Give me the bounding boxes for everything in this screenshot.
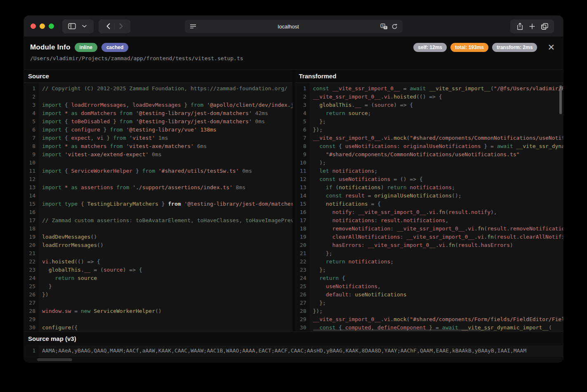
code-text: import 'vitest-axe/extend-expect' 0ms — [39, 150, 292, 159]
code-text: globalThis.__ = (source) => { — [39, 266, 292, 274]
sidebar-chevron-down-icon[interactable] — [78, 20, 90, 33]
source-map-title: Source map (v3) — [24, 331, 563, 345]
code-line: 1const __vite_ssr_import_0__ = await __v… — [295, 85, 563, 93]
line-number: 25 — [24, 282, 39, 291]
line-number: 12 — [24, 175, 39, 183]
address-bar[interactable]: localhost A 文 — [185, 20, 403, 33]
code-line: 27 }; — [295, 299, 563, 307]
source-map-scrollbar — [24, 357, 563, 362]
code-line: 30configure({ — [24, 324, 292, 331]
line-number: 21 — [295, 249, 310, 258]
line-number: 19 — [295, 233, 310, 241]
zoom-window-button[interactable] — [49, 23, 54, 29]
code-line: 7__vite_ssr_import_0__.vi.mock("#shared/… — [295, 134, 563, 142]
code-line: 28}); — [295, 307, 563, 315]
code-text — [39, 192, 292, 200]
line-number: 19 — [24, 233, 39, 241]
code-line: 18 removeNotification: __vite_ssr_import… — [295, 225, 563, 233]
line-number: 10 — [24, 159, 39, 167]
line-number: 18 — [24, 225, 39, 233]
code-text: }; — [310, 117, 563, 126]
code-text: }; — [310, 299, 563, 307]
browser-toolbar: localhost A 文 — [24, 16, 563, 37]
code-line: 6import { configure } from '@testing-lib… — [24, 126, 292, 134]
code-line: 12 const useNotifications = () => { — [295, 175, 563, 183]
code-line: 17 notifications: result.notifications, — [295, 216, 563, 225]
module-file-path: /Users/vladimir/Projects/zammad/app/fron… — [30, 55, 555, 61]
line-number: 16 — [295, 208, 310, 216]
code-text — [39, 175, 292, 183]
new-tab-icon[interactable] — [526, 20, 538, 33]
line-number: 24 — [24, 274, 39, 282]
code-line: 24 return { — [295, 274, 563, 282]
code-text: }); — [310, 307, 563, 315]
code-text: __vite_ssr_import_0__.vi.hoisted(() => { — [310, 93, 563, 101]
back-button[interactable] — [102, 20, 114, 33]
close-window-button[interactable] — [31, 23, 36, 29]
code-line: 3import { loadErrorMessages, loadDevMess… — [24, 101, 292, 109]
code-text: __vite_ssr_import_0__.vi.mock("#shared/c… — [310, 134, 563, 142]
minimize-window-button[interactable] — [40, 23, 45, 29]
code-line: 8 const { useNotifications: originalUseN… — [295, 142, 563, 150]
module-info-header: Module Info inline cached self: 12ms tot… — [24, 37, 563, 69]
code-text: import type { TestingLibraryMatchers } f… — [39, 200, 292, 208]
code-line: 21 — [24, 249, 292, 258]
code-line: 23 }; — [295, 266, 563, 274]
code-line: 20loadErrorMessages() — [24, 241, 292, 249]
line-number: 28 — [24, 307, 39, 315]
line-number: 11 — [24, 167, 39, 175]
code-line: 25 useNotifications, — [295, 282, 563, 291]
line-number: 3 — [24, 101, 39, 109]
code-line: 2 — [24, 93, 292, 101]
code-line: 11import { ServiceWorkerHelper } from '#… — [24, 167, 292, 175]
line-number: 14 — [24, 192, 39, 200]
nav-button-group — [99, 19, 130, 33]
line-number: 28 — [295, 307, 310, 315]
line-number: 23 — [24, 266, 39, 274]
code-text: notifications: result.notifications, — [310, 216, 563, 225]
code-text: default: useNotifications — [310, 291, 563, 299]
line-number: 17 — [295, 216, 310, 225]
share-icon[interactable] — [514, 20, 526, 33]
code-text: ); — [310, 159, 563, 167]
code-line: 25 } — [24, 282, 292, 291]
code-line: 27 — [24, 299, 292, 307]
code-text: return source; — [310, 109, 563, 117]
screen: localhost A 文 — [0, 0, 587, 392]
close-panel-button[interactable]: ✕ — [547, 44, 555, 51]
code-text: }; — [310, 249, 563, 258]
code-text: window.sw = new ServiceWorkerHelper() — [39, 307, 292, 315]
address-url[interactable]: localhost — [198, 23, 379, 30]
reload-icon[interactable] — [389, 20, 399, 33]
sidebar-toggle-button[interactable] — [66, 20, 78, 33]
line-number: 13 — [24, 183, 39, 192]
code-line: 19loadDevMessages() — [24, 233, 292, 241]
code-text: } — [39, 282, 292, 291]
code-text: const { computed, defineComponent } = aw… — [310, 324, 563, 331]
line-number: 12 — [295, 175, 310, 183]
code-line: 26}) — [24, 291, 292, 299]
code-line: 23 globalThis.__ = (source) => { — [24, 266, 292, 274]
line-number: 29 — [295, 315, 310, 324]
source-map-scrollbar-thumb[interactable] — [37, 358, 72, 361]
code-text: const { useNotifications: originalUseNot… — [310, 142, 563, 150]
code-line: 8import * as matchers from 'vitest-axe/m… — [24, 142, 292, 150]
line-number: 29 — [24, 315, 39, 324]
translate-icon[interactable]: A 文 — [379, 20, 389, 33]
code-line: 3 globalThis.__ = (source) => { — [295, 101, 563, 109]
timing-total-badge: total: 193ms — [450, 43, 488, 52]
code-text: import { loadErrorMessages, loadDevMessa… — [39, 101, 292, 109]
forward-button[interactable] — [115, 20, 127, 33]
svg-text:文: 文 — [384, 26, 387, 29]
code-text — [39, 299, 292, 307]
line-number: 13 — [295, 183, 310, 192]
code-line: 22 return notifications; — [295, 258, 563, 266]
window-actions-group — [510, 19, 554, 33]
page-settings-icon[interactable] — [188, 20, 198, 33]
transformed-pane-title: Transformed — [295, 70, 563, 83]
code-line: 15import type { TestingLibraryMatchers }… — [24, 200, 292, 208]
source-code: 1// Copyright (C) 2012-2025 Zammad Found… — [24, 83, 292, 331]
tab-overview-icon[interactable] — [538, 20, 551, 33]
code-text: loadErrorMessages() — [39, 241, 292, 249]
code-line: 1// Copyright (C) 2012-2025 Zammad Found… — [24, 85, 292, 93]
